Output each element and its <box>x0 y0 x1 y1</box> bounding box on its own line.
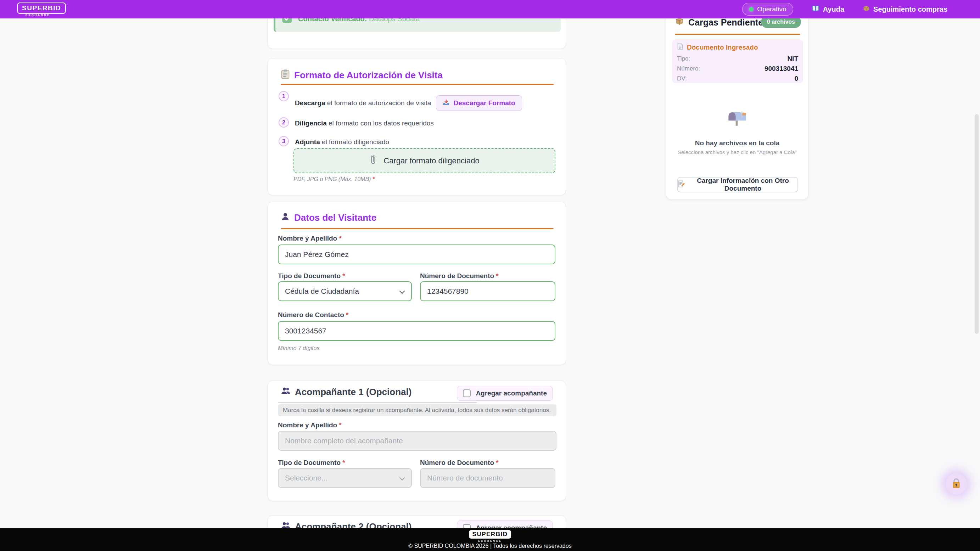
empty-queue-subtitle: Selecciona archivos y haz clic en "Agreg… <box>666 149 808 155</box>
memo-icon <box>678 180 685 189</box>
superbid-logo-sub: EXCHANGE <box>25 13 50 17</box>
format-card: Formato de Autorización de Visita 1 Desc… <box>267 58 566 195</box>
chevron-down-icon <box>399 289 405 294</box>
format-section-title: Formato de Autorización de Visita <box>294 70 443 81</box>
visitor-contact-label: Número de Contacto* <box>278 311 348 319</box>
upload-dropzone[interactable]: Cargar formato diligenciado <box>293 148 555 173</box>
step-3-number: 3 <box>278 136 289 146</box>
superbid-logo[interactable]: SUPERBID <box>17 3 66 14</box>
visitor-name-input[interactable] <box>278 245 555 264</box>
companion1-doc-type-label: Tipo de Documento* <box>278 459 345 467</box>
companion1-name-input[interactable] <box>278 431 557 451</box>
document-summary-title: Documento Ingresado <box>687 44 758 51</box>
panel-title-rule <box>675 34 800 35</box>
purchase-tracking-link[interactable]: Seguimiento compras <box>863 5 947 14</box>
other-document-button[interactable]: Cargar Información con Otro Documento <box>677 177 798 192</box>
companion1-title: Acompañante 1 (Opcional) <box>295 387 412 398</box>
companion1-title-row: Acompañante 1 (Opcional) <box>281 387 412 398</box>
companion1-info: Marca la casilla si deseas registrar un … <box>278 404 557 416</box>
document-summary-title-row: Documento Ingresado <box>677 43 758 52</box>
upload-dropzone-label: Cargar formato diligenciado <box>383 156 479 165</box>
operative-dot <box>749 7 754 12</box>
footer-logo-sub: EXCHANGE <box>478 539 502 543</box>
companion1-doc-number-input[interactable] <box>420 468 555 488</box>
step-1-text: Descarga el formato de autorización de v… <box>295 99 431 107</box>
step-1-row: Descarga el formato de autorización de v… <box>295 95 522 111</box>
visitor-doc-type-label: Tipo de Documento* <box>278 272 345 280</box>
visitor-doc-type-select[interactable]: Cédula de Ciudadanía <box>278 281 412 301</box>
visitor-section-title: Datos del Visitante <box>294 212 376 223</box>
paperclip-icon <box>369 155 378 167</box>
visitor-doc-number-label: Número de Documento* <box>420 272 498 280</box>
help-label: Ayuda <box>823 5 844 13</box>
lock-icon <box>951 478 961 490</box>
help-link[interactable]: Ayuda <box>811 5 844 13</box>
doc-row-dv: DV:0 <box>677 75 798 83</box>
format-section-title-row: Formato de Autorización de Visita <box>281 69 443 81</box>
top-navbar: SUPERBID EXCHANGE Operativo Ayuda Seguim… <box>0 0 980 18</box>
empty-queue-title: No hay archivos en la cola <box>666 139 808 147</box>
book-icon <box>811 5 819 13</box>
page-footer: SUPERBID EXCHANGE © SUPERBID COLOMBIA 20… <box>0 528 980 551</box>
visitor-name-label: Nombre y Apellido* <box>278 235 342 242</box>
companion1-card: Acompañante 1 (Opcional) Agregar acompañ… <box>267 381 566 501</box>
download-format-button[interactable]: Descargar Formato <box>436 95 522 111</box>
person-icon <box>281 212 290 224</box>
clipboard-icon <box>281 69 290 81</box>
visitor-contact-hint: Mínimo 7 dígitos <box>278 345 319 351</box>
status-pill[interactable]: Operativo <box>742 3 793 16</box>
tracking-label: Seguimiento compras <box>873 5 947 13</box>
status-label: Operativo <box>757 5 786 13</box>
companion1-add-checkbox[interactable] <box>463 389 471 397</box>
mailbox-icon <box>666 108 808 129</box>
companion1-add-toggle[interactable]: Agregar acompañante <box>457 386 553 401</box>
people-icon <box>281 387 291 398</box>
visitor-section-title-row: Datos del Visitante <box>281 212 376 224</box>
visitor-card: Datos del Visitante Nombre y Apellido* T… <box>267 202 566 365</box>
lock-fab[interactable] <box>946 473 967 495</box>
step-2-text: Diligencia el formato con los datos requ… <box>295 119 434 127</box>
step-3-text: Adjunta el formato diligenciado <box>295 138 389 146</box>
footer-logo: SUPERBID <box>469 530 511 538</box>
footer-copyright: © SUPERBID COLOMBIA 2026 | Todos los der… <box>408 543 571 549</box>
companion1-doc-number-label: Número de Documento* <box>420 459 498 467</box>
download-icon <box>443 99 450 108</box>
upload-hint: PDF, JPG o PNG (Máx. 10MB)* <box>293 176 375 183</box>
visitor-contact-input[interactable] <box>278 321 555 341</box>
page-scrollbar[interactable] <box>975 114 978 334</box>
companion1-doc-type-select[interactable]: Seleccione... <box>278 468 412 488</box>
visitor-doc-number-input[interactable] <box>420 281 555 301</box>
step-2-number: 2 <box>278 117 289 127</box>
companion1-title-rule <box>278 402 477 403</box>
companion1-name-label: Nombre y Apellido* <box>278 421 342 429</box>
visitor-title-rule <box>281 228 554 229</box>
package-icon <box>863 5 870 14</box>
doc-row-tipo: Tipo:NIT <box>677 55 798 63</box>
document-summary-box: Documento Ingresado Tipo:NIT Número:9003… <box>672 39 803 83</box>
pending-uploads-panel: Cargas Pendientes 0 archivos Documento I… <box>666 0 808 200</box>
panel-title: Cargas Pendientes <box>688 17 768 28</box>
doc-row-numero: Número:900313041 <box>677 65 798 73</box>
panel-divider <box>666 170 808 170</box>
chevron-down-icon <box>399 475 405 481</box>
document-icon <box>677 43 683 52</box>
format-title-rule <box>281 84 554 85</box>
step-1-number: 1 <box>278 91 289 102</box>
companion1-add-label: Agregar acompañante <box>476 389 547 397</box>
